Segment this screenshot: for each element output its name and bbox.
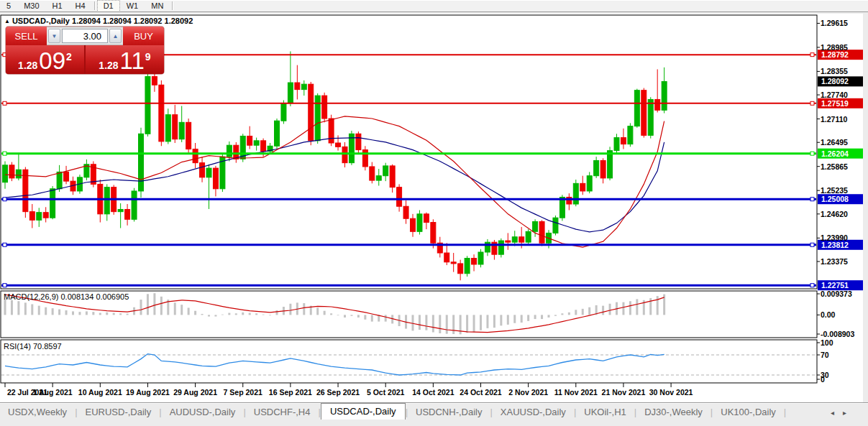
macd-histogram-bar: [575, 310, 577, 315]
chart-tab-7[interactable]: UKOil-,H1: [576, 404, 634, 420]
volume-increase-button[interactable]: ▲: [109, 29, 122, 43]
candle-body: [553, 218, 558, 233]
timeframe-button-d1[interactable]: D1: [98, 1, 119, 11]
candle-body: [628, 126, 633, 144]
date-axis-label[interactable]: 10 Aug 2021: [78, 388, 122, 397]
level-handle[interactable]: [810, 53, 814, 57]
candle-body: [29, 212, 35, 221]
level-handle[interactable]: [3, 198, 6, 201]
timeframe-button-h4[interactable]: H4: [70, 1, 91, 11]
date-axis-label[interactable]: 5 Oct 2021: [367, 388, 405, 397]
macd-histogram-bar: [344, 315, 346, 318]
chart-tab-2[interactable]: AUDUSD-,Daily: [162, 404, 244, 420]
volume-decrease-button[interactable]: ▼: [48, 29, 60, 43]
date-axis-label[interactable]: 21 Nov 2021: [602, 388, 646, 397]
macd-histogram-bar: [486, 315, 488, 328]
rsi-axis-label: 70: [821, 351, 829, 359]
date-axis-label[interactable]: 14 Oct 2021: [412, 388, 454, 397]
macd-histogram-bar: [364, 315, 366, 319]
timeframe-toolbar: 5M30H1H4D1W1MN: [0, 0, 868, 12]
macd-histogram-bar: [255, 313, 257, 315]
candle-body: [9, 165, 14, 178]
candle-body: [403, 206, 408, 218]
candle-body: [458, 264, 463, 274]
candle-body: [16, 170, 21, 178]
chart-tab-6[interactable]: XAUUSD-,Daily: [493, 404, 574, 420]
candle-body: [213, 168, 218, 189]
date-axis-label[interactable]: 24 Oct 2021: [460, 388, 502, 397]
macd-histogram-bar: [500, 315, 502, 325]
timeframe-button-w1[interactable]: W1: [121, 1, 145, 11]
timeframe-button-m30[interactable]: M30: [18, 1, 45, 11]
buy-price-major: 1.28: [99, 60, 118, 72]
macd-histogram-bar: [65, 310, 68, 315]
date-axis-label[interactable]: 11 Nov 2021: [554, 388, 598, 397]
rsi-indicator-label: RSI(14) 70.8597: [4, 342, 62, 351]
timeframe-button-5[interactable]: 5: [1, 1, 17, 11]
date-axis-label[interactable]: 2 Nov 2021: [508, 388, 548, 397]
level-handle[interactable]: [3, 243, 6, 246]
price-axis-label: 1.28355: [821, 67, 848, 75]
macd-histogram-bar: [324, 311, 326, 315]
level-handle[interactable]: [3, 152, 6, 155]
tabbar-scroll-arrows[interactable]: ◂▸: [831, 409, 855, 417]
candle-body: [193, 149, 198, 163]
buy-button[interactable]: BUY: [123, 27, 164, 45]
candle-body: [655, 99, 660, 110]
collapse-arrow-icon[interactable]: ▲: [4, 18, 10, 24]
level-price-badge-text: 1.27519: [821, 99, 849, 108]
macd-histogram-bar: [466, 315, 468, 333]
sell-button[interactable]: SELL: [6, 27, 47, 45]
level-handle[interactable]: [810, 243, 814, 246]
macd-histogram-bar: [480, 315, 482, 330]
price-axis-label: 1.23375: [821, 257, 848, 266]
level-handle[interactable]: [3, 284, 6, 287]
chart-tab-5[interactable]: USDCNH-,Daily: [408, 404, 490, 420]
sell-price-fraction: 2: [66, 50, 72, 62]
macd-histogram-bar: [269, 315, 271, 315]
level-handle[interactable]: [810, 284, 814, 287]
candle-body: [634, 91, 639, 126]
window-right-edge: [863, 14, 868, 402]
timeframe-button-mn[interactable]: MN: [145, 1, 169, 11]
volume-input[interactable]: 3.00: [62, 29, 108, 43]
macd-histogram-bar: [92, 312, 94, 315]
timeframe-button-h1[interactable]: H1: [47, 1, 68, 11]
macd-histogram-bar: [235, 313, 237, 315]
status-strip: [0, 420, 868, 426]
chart-tab-4[interactable]: USDCAD-,Daily: [321, 403, 406, 420]
candle-body: [288, 83, 293, 103]
buy-price-button[interactable]: 1.28 11 9: [86, 45, 164, 74]
macd-histogram-bar: [78, 312, 81, 315]
date-axis-label[interactable]: 30 Nov 2021: [649, 388, 693, 397]
date-axis-label[interactable]: 1 Aug 2021: [33, 388, 73, 397]
candle-body: [411, 218, 416, 231]
level-price-badge-text: 1.25008: [821, 195, 849, 203]
level-handle[interactable]: [810, 101, 814, 105]
macd-histogram-bar: [350, 315, 352, 315]
date-axis-label[interactable]: 16 Sep 2021: [269, 388, 312, 397]
chart-tab-0[interactable]: USDX,Weekly: [0, 404, 75, 420]
level-handle[interactable]: [810, 198, 814, 201]
chart-tab-3[interactable]: USDCHF-,H4: [246, 404, 319, 420]
date-axis-label[interactable]: 7 Sep 2021: [224, 388, 262, 397]
macd-histogram-bar: [214, 315, 216, 316]
macd-histogram-bar: [99, 313, 101, 315]
candle-body: [342, 147, 347, 162]
chart-window[interactable]: 1.287921.275191.262041.250081.238121.227…: [0, 14, 868, 402]
candle-body: [145, 77, 150, 134]
candle-body: [247, 136, 252, 145]
date-axis-label[interactable]: 29 Aug 2021: [173, 388, 217, 397]
candle-body: [234, 145, 239, 159]
level-handle[interactable]: [3, 101, 6, 105]
candle-body: [424, 214, 429, 223]
level-handle[interactable]: [810, 152, 814, 155]
date-axis-label[interactable]: 19 Aug 2021: [126, 388, 170, 397]
chart-tab-9[interactable]: UK100-,Daily: [713, 404, 784, 420]
candle-body: [362, 150, 367, 167]
date-axis-label[interactable]: 26 Sep 2021: [316, 388, 360, 397]
chart-tab-1[interactable]: EURUSD-,Daily: [78, 404, 160, 420]
buy-price-pips: 11: [120, 50, 145, 72]
sell-price-button[interactable]: 1.28 09 2: [6, 45, 84, 74]
chart-tab-8[interactable]: DJ30-,Weekly: [636, 404, 711, 420]
